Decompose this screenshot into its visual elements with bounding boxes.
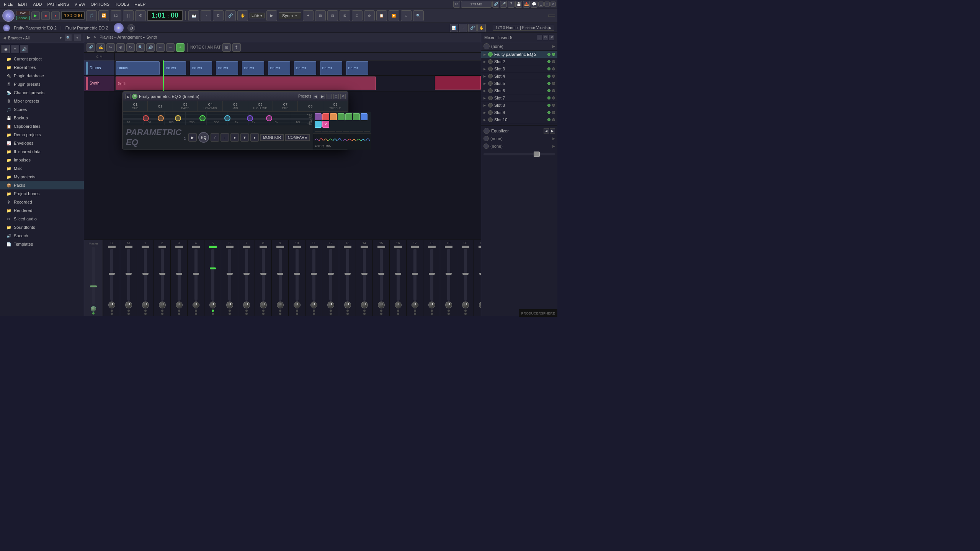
browser-add-btn[interactable]: + — [74, 34, 81, 41]
eq-prev-btn[interactable]: ◀ — [313, 94, 318, 99]
ch-fader-thumb-10[interactable] — [294, 273, 300, 275]
ch-fader-thumb-20[interactable] — [462, 273, 469, 275]
help-btn[interactable]: ? — [508, 1, 514, 8]
sidebar-item-current-project[interactable]: 📁 Current project — [0, 55, 84, 63]
ch-fader-9[interactable] — [279, 249, 282, 301]
drums-clip-3[interactable]: Drums — [190, 61, 212, 75]
eq-node-4[interactable] — [199, 115, 206, 121]
eq-minimize-btn[interactable]: _ — [327, 94, 332, 99]
mixer-btn[interactable]: → — [201, 10, 211, 21]
ch-fader-thumb-7[interactable] — [243, 273, 250, 275]
eq-node-3[interactable] — [175, 115, 181, 121]
drums-clip-7[interactable]: Drums — [294, 61, 316, 75]
ch-fader-M[interactable] — [127, 249, 130, 301]
eq-play-btn[interactable]: ▶ — [188, 133, 197, 142]
bar32-btn[interactable]: 32i — [111, 10, 121, 21]
sidebar-item-project-bones[interactable]: 📁 Project bones — [0, 189, 84, 198]
sidebar-item-backup[interactable]: 💾 Backup — [0, 114, 84, 122]
ch-fader-19[interactable] — [447, 249, 450, 301]
eq-band-btn-7[interactable] — [361, 113, 368, 120]
save-btn[interactable]: 💾 — [515, 1, 522, 8]
ch-fader-thumb-1[interactable] — [142, 273, 149, 275]
ch-knob-12[interactable] — [327, 302, 334, 308]
ch-fader-16[interactable] — [397, 249, 400, 301]
mixer-slot-6[interactable]: ▶ Slot 6 — [481, 87, 557, 95]
link-ctrl-btn[interactable]: 🔗 — [225, 10, 236, 21]
window-maximize[interactable]: □ — [544, 2, 550, 7]
eq-band-btn-1[interactable] — [315, 113, 322, 120]
menu-item-add[interactable]: ADD — [31, 1, 44, 7]
ch-fader-5[interactable] — [211, 249, 214, 301]
ch-fader-thumb-M[interactable] — [126, 273, 132, 275]
eq-next-btn[interactable]: ▶ — [320, 94, 325, 99]
pt-arrows-2[interactable]: → — [166, 43, 175, 52]
plugin-toolbar-1[interactable]: 📊 — [450, 24, 458, 32]
ch-fader-thumb-C[interactable] — [109, 273, 115, 275]
ch-knob-15[interactable] — [378, 302, 385, 308]
eq-arrow-right[interactable]: ▶ — [550, 128, 555, 134]
channel-btn-5[interactable]: ⊕ — [364, 10, 375, 21]
bpm-display[interactable]: 130.000 — [61, 11, 85, 20]
mixer-label[interactable] — [548, 15, 555, 17]
ch-knob-14[interactable] — [361, 302, 368, 308]
synth-ending[interactable] — [435, 76, 481, 90]
ch-fader-thumb-5[interactable] — [210, 267, 216, 269]
ch-fader-7[interactable] — [245, 249, 248, 301]
eq-slider-3[interactable] — [328, 131, 335, 132]
eq-arrow-left[interactable]: ◀ — [544, 128, 549, 134]
loop-btn[interactable]: 🔁 — [98, 10, 109, 21]
pt-btn-5[interactable]: ⟳ — [126, 43, 135, 52]
eq-lock-btn[interactable]: ▲ — [125, 94, 131, 99]
mixer-none-selector[interactable]: (none) ▶ — [481, 42, 557, 51]
ch-knob-19[interactable] — [445, 302, 452, 308]
sidebar-item-packs[interactable]: 📦 Packs — [0, 181, 84, 189]
mixer-slot-2[interactable]: ▶ Slot 2 — [481, 58, 557, 65]
eq-band-btn-6[interactable] — [353, 113, 360, 120]
ch-fader-thumb-8[interactable] — [260, 273, 266, 275]
drums-clip-5[interactable]: Drums — [242, 61, 264, 75]
ch-fader-6[interactable] — [228, 249, 231, 301]
ch-fader-2[interactable] — [161, 249, 164, 301]
mixer-slot-5[interactable]: ▶ Slot 5 — [481, 80, 557, 87]
synth-clip-1[interactable]: Synth — [116, 77, 376, 90]
playlist-arrow[interactable]: ▶ — [87, 35, 90, 39]
timeline-ruler[interactable] — [115, 53, 481, 60]
menu-item-options[interactable]: OPTIONS — [88, 1, 112, 7]
mixer-main-fader[interactable] — [483, 153, 555, 155]
eq-monitor-btn[interactable]: MONITOR — [260, 134, 284, 141]
eq-node-5[interactable] — [224, 115, 230, 121]
ch-fader-15[interactable] — [380, 249, 383, 301]
menu-item-view[interactable]: VIEW — [72, 1, 88, 7]
menu-item-tools[interactable]: TOOLS — [113, 1, 131, 7]
channel-btn-6[interactable]: 📋 — [376, 10, 387, 21]
ch-knob-21[interactable] — [479, 302, 481, 308]
eq-close-btn[interactable]: ✕ — [340, 94, 346, 99]
ch-fader-thumb-4[interactable] — [193, 273, 199, 275]
pt-btn-4[interactable]: ⊘ — [116, 43, 125, 52]
sidebar-item-channel-presets[interactable]: 📡 Channel presets — [0, 88, 84, 97]
mixer-eq-none-2[interactable]: (none) ▶ — [483, 142, 555, 150]
mixer-eq-none-1[interactable]: (none) ▶ — [483, 135, 555, 142]
ch-fader-thumb-14[interactable] — [361, 273, 368, 275]
track-label-drums[interactable]: Drums — [84, 60, 114, 76]
ch-knob-2[interactable] — [159, 302, 166, 308]
ch-fader-11[interactable] — [312, 249, 315, 301]
plugin-toolbar-3[interactable]: 🔗 — [468, 24, 477, 32]
eq-band-btn-3[interactable] — [330, 113, 337, 120]
bar-btn[interactable]: | | — [123, 10, 134, 21]
eq-slider-2[interactable] — [322, 131, 328, 132]
sidebar-item-il-shared-data[interactable]: 📁 IL shared data — [0, 147, 84, 156]
menu-item-file[interactable]: FILE — [2, 1, 15, 7]
sidebar-item-demo-projects[interactable]: 📁 Demo projects — [0, 130, 84, 139]
eq-compare-btn[interactable]: COMPARE — [285, 134, 310, 141]
ch-fader-thumb-13[interactable] — [345, 273, 351, 275]
ch-fader-21[interactable] — [481, 249, 481, 301]
eq-band-btn-5[interactable] — [345, 113, 352, 120]
plugin-power[interactable]: ⏻ — [127, 24, 135, 32]
sidebar-item-plugin-database[interactable]: 🔌 Plugin database — [0, 72, 84, 80]
mixer-slot-3[interactable]: ▶ Slot 3 — [481, 65, 557, 73]
eq-down-btn[interactable]: ▼ — [240, 133, 249, 142]
channel-btn-4[interactable]: ⊡ — [352, 10, 363, 21]
ch-fader-17[interactable] — [413, 249, 416, 301]
pt-extra-2[interactable]: ‡ — [232, 43, 241, 52]
